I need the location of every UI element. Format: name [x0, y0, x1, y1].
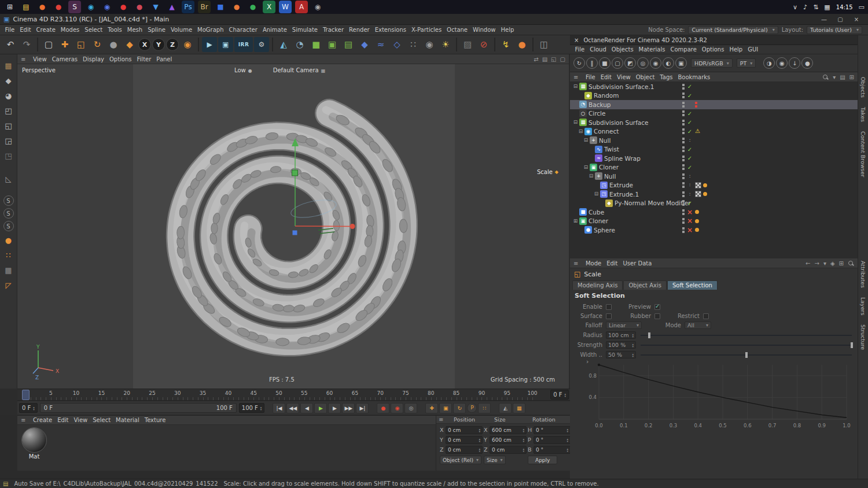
next-key-button[interactable]: ▶▶ [342, 403, 355, 413]
object-manager-menu-item[interactable]: View [615, 74, 634, 80]
side-tab[interactable]: Layers [860, 297, 866, 315]
visibility-dots-icon[interactable] [682, 84, 685, 90]
visibility-dots-icon[interactable] [682, 218, 685, 224]
expand-toggle-icon[interactable]: ⊟ [588, 173, 594, 179]
pos-z-field[interactable]: 0 cm▴▾ [446, 446, 483, 454]
phong-tag-icon[interactable] [695, 210, 699, 214]
menu-item[interactable]: X-Particles [409, 27, 444, 33]
visibility-dots-icon[interactable] [682, 146, 685, 152]
octane-menu-item[interactable]: Options [699, 46, 727, 53]
menu-item[interactable]: Select [82, 27, 105, 33]
viewport-menu-item[interactable]: Options [106, 56, 134, 62]
enable-state-icon[interactable]: ∶ [686, 182, 693, 188]
enable-state-icon[interactable]: ✓ [686, 93, 693, 99]
pos-y-field[interactable]: 0 cm▴▾ [446, 436, 483, 444]
move-tool[interactable]: ✚ [57, 37, 72, 52]
panel-menu-icon[interactable]: ≡ [21, 417, 25, 423]
menu-item[interactable]: Render [347, 27, 373, 33]
null-object-icon[interactable]: + [590, 136, 597, 144]
model-mode-button[interactable]: ◆ [2, 74, 15, 87]
next-frame-button[interactable]: ▶ [328, 403, 341, 413]
object-manager-menu-item[interactable]: Edit [598, 74, 614, 80]
object-row-random[interactable]: ◆Random✓ [570, 91, 858, 101]
app-icon-a[interactable]: ▲ [165, 1, 178, 13]
coordinate-mode-dropdown[interactable]: Object (Rel)▾ [440, 456, 481, 464]
separator[interactable] [272, 38, 273, 51]
uv-mode-button[interactable]: ◳ [2, 149, 15, 162]
stepper-icon[interactable]: ▴▾ [260, 406, 262, 411]
object-row-backup[interactable]: ◔Backup [570, 100, 858, 109]
material-menu-item[interactable]: Edit [55, 417, 71, 423]
viewport-canvas[interactable]: Perspective Low● Default Camera▦ Scale◆ … [17, 64, 569, 389]
object-manager-menu-item[interactable]: Object [633, 74, 657, 80]
viewport-menu-item[interactable]: View [30, 56, 49, 62]
key-scale-toggle[interactable]: ▣ [439, 403, 452, 413]
material-thumbnail[interactable]: Mat [22, 428, 46, 460]
octane-live-viewer-button[interactable]: ↯ [498, 37, 513, 52]
workplane-lock-button[interactable]: ◸ [2, 279, 15, 291]
object-row-sphere[interactable]: ●Sphere× [570, 225, 858, 235]
workplane-mode-button[interactable]: ◺ [2, 172, 15, 185]
app-icon-orange[interactable]: ● [230, 1, 243, 13]
viewport-menu-item[interactable]: Cameras [49, 56, 80, 62]
attribute-tab[interactable]: Soft Selection [667, 280, 718, 290]
autokey-button[interactable]: ◉ [391, 403, 403, 413]
y-axis-lock-button[interactable]: Y [152, 38, 165, 51]
app-icon-red2[interactable]: ● [133, 1, 146, 13]
side-tab[interactable]: Attributes [860, 261, 866, 288]
minimize-button[interactable]: — [816, 16, 832, 23]
tray-expand-icon[interactable]: ∨ [793, 3, 797, 11]
connect-object-icon[interactable]: ◉ [584, 128, 592, 135]
spacer[interactable] [2, 164, 15, 170]
simulate-toggle-1[interactable]: S [3, 195, 14, 206]
menu-item[interactable]: Tools [105, 27, 125, 33]
radius-slider[interactable] [641, 332, 852, 339]
menu-item[interactable]: Animate [260, 27, 289, 33]
simulate-toggle-3[interactable]: S [3, 221, 14, 231]
imager-settings-button[interactable]: ◑ [763, 57, 775, 69]
attributes-menu-item[interactable]: User Data [620, 260, 654, 267]
octane-camera-button[interactable]: ◉ [776, 57, 788, 69]
material-menu-item[interactable]: View [71, 417, 90, 423]
app-icon-red1[interactable]: ● [117, 1, 130, 13]
octane-menu-item[interactable]: Compare [668, 46, 699, 53]
menu-item[interactable]: Volume [168, 27, 194, 33]
render-settings-button[interactable]: ⚙ [254, 37, 269, 52]
side-tab[interactable]: Takes [860, 107, 866, 122]
phong-tag-icon[interactable] [703, 192, 707, 196]
phong-tag-icon[interactable] [703, 183, 707, 187]
attributes-menu-item[interactable]: Mode [583, 260, 604, 267]
octane-menu-item[interactable]: Help [727, 46, 745, 53]
maximize-button[interactable]: ▢ [832, 16, 848, 23]
pane-detach-icon[interactable]: ▢ [560, 56, 565, 62]
spacer[interactable] [2, 187, 15, 193]
texture-mode-button[interactable]: ◕ [2, 89, 15, 102]
spline-wrap-icon[interactable]: ≈ [595, 154, 602, 162]
object-row-spline-wrap[interactable]: ≈Spline Wrap✓ [570, 154, 858, 163]
preview-checkbox[interactable] [654, 304, 660, 310]
viewport-image-icon[interactable]: ▩ [2, 59, 15, 72]
timeline-brush-button[interactable]: ◭ [499, 403, 512, 413]
z-axis-lock-button[interactable]: Z [166, 38, 179, 51]
width-slider[interactable] [641, 352, 852, 358]
pane-tile-icon[interactable]: ▤ [542, 56, 547, 62]
visibility-dots-icon[interactable] [682, 102, 685, 108]
goto-end-button[interactable]: ▶| [356, 403, 369, 413]
enable-state-icon[interactable]: ✓ [686, 155, 693, 161]
material-preview-sphere[interactable] [22, 428, 46, 452]
octane-render-button[interactable]: ● [514, 37, 529, 52]
frame-spinner[interactable]: 0 F▴▾ [550, 390, 569, 400]
filter-icon[interactable]: ▾ [833, 74, 836, 80]
enable-checkbox[interactable] [606, 304, 612, 310]
visibility-dots-icon[interactable] [682, 138, 685, 143]
network-icon[interactable]: ⇅ [813, 3, 818, 11]
object-row-twist[interactable]: ∿Twist✓ [570, 145, 858, 154]
cloner-icon[interactable]: ▣ [590, 164, 597, 171]
backup-state-icon[interactable] [695, 102, 697, 108]
prev-key-button[interactable]: ◀◀ [286, 403, 299, 413]
snap-toggle-button[interactable]: ∷ [2, 249, 15, 261]
phong-tag-icon[interactable] [695, 219, 699, 223]
apply-button[interactable]: Apply [528, 456, 557, 464]
surface-checkbox[interactable] [606, 313, 612, 319]
strength-field[interactable]: 100 %▴▾ [606, 341, 636, 349]
